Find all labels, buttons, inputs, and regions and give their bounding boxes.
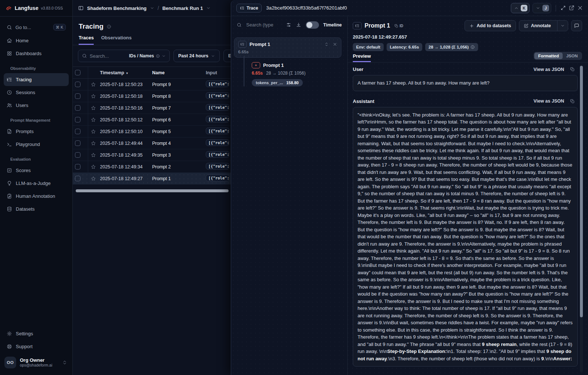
- horizontal-scrollbar[interactable]: [76, 189, 229, 192]
- sidebar-item-settings[interactable]: Settings: [4, 327, 69, 340]
- fold-icon[interactable]: [333, 42, 337, 47]
- info-icon[interactable]: [107, 24, 111, 29]
- sidebar-item-tracing[interactable]: Tracing: [4, 73, 69, 86]
- goto-button[interactable]: Go to... ⌘ K: [4, 21, 69, 33]
- vertical-scrollbar[interactable]: [580, 65, 583, 372]
- env-badge[interactable]: Env: default: [353, 43, 384, 51]
- row-checkbox[interactable]: [75, 114, 88, 125]
- row-input: [{"role":"use: [206, 175, 231, 182]
- lightbulb-icon: [7, 181, 12, 186]
- tree-search-row: Timeline: [231, 17, 347, 33]
- sidebar-item-playground[interactable]: Playground: [4, 138, 69, 151]
- sidebar-item-home[interactable]: Home: [4, 34, 69, 47]
- view-as-json-link[interactable]: View as JSON: [534, 99, 564, 104]
- token-usage-badge[interactable]: 28 → 1,028 (Σ 1,056): [425, 43, 478, 51]
- section-title-observability: Observability: [10, 66, 62, 71]
- table-row[interactable]: 2025-07-18 12:49:34 Prompt 2 [{"role":"u…: [73, 161, 231, 173]
- table-row[interactable]: 2025-07-18 12:50:10 Prompt 5 [{"role":"u…: [73, 126, 231, 138]
- search-scope-label: IDs / Names: [129, 53, 154, 58]
- table-row[interactable]: 2025-07-18 12:50:12 Prompt 6 [{"role":"u…: [73, 114, 231, 126]
- download-icon[interactable]: [296, 22, 301, 28]
- tree-search-input[interactable]: [246, 22, 282, 28]
- add-to-datasets-button[interactable]: Add to datasets: [465, 20, 516, 31]
- metric-badge[interactable]: tokens_per_... 158.80: [252, 79, 303, 86]
- org-switcher[interactable]: OO Org Owner ops@shadeform.ai: [4, 353, 69, 372]
- row-checkbox[interactable]: [75, 138, 88, 149]
- search-input[interactable]: [90, 53, 126, 59]
- filter-sliders-icon[interactable]: [286, 22, 291, 28]
- bookmark-star-icon[interactable]: [88, 106, 98, 111]
- annotate-dropdown-chevron[interactable]: [557, 21, 568, 31]
- breadcrumb-project[interactable]: Shadeform Benchmarking: [87, 6, 147, 11]
- chevron-down-icon[interactable]: [150, 6, 154, 10]
- close-button[interactable]: [577, 5, 583, 11]
- tree-node-trace[interactable]: Prompt 1 6.65s: [234, 38, 341, 58]
- bookmark-star-icon[interactable]: [88, 153, 98, 158]
- table-row[interactable]: 2025-07-18 12:49:35 Prompt 3 [{"role":"u…: [73, 149, 231, 161]
- format-json[interactable]: JSON: [563, 53, 581, 59]
- sidebar-item-sessions[interactable]: Sessions: [4, 86, 69, 99]
- unfold-vertical-icon[interactable]: [324, 42, 329, 47]
- sidebar-item-datasets[interactable]: Datasets: [4, 203, 69, 215]
- copy-icon[interactable]: [570, 67, 575, 72]
- column-timestamp[interactable]: Timestamp▼: [98, 70, 152, 75]
- tree-node-generation[interactable]: Prompt 1 6.65s 28 → 1028 (Σ 1056) tokens…: [244, 58, 347, 86]
- format-formatted[interactable]: Formatted: [534, 53, 562, 59]
- bookmark-star-icon[interactable]: [88, 164, 98, 169]
- bookmark-star-icon[interactable]: [88, 176, 98, 181]
- sidebar-item-human-annotation[interactable]: Human Annotation: [4, 190, 69, 203]
- copy-id-button[interactable]: ID: [394, 24, 403, 28]
- sidebar-item-llm-as-a-judge[interactable]: LLM-as-a-Judge: [4, 177, 69, 190]
- timeline-toggle[interactable]: [306, 21, 319, 29]
- sidebar-item-users[interactable]: Users: [4, 99, 69, 112]
- search-scope-dropdown[interactable]: IDs / Names: [129, 53, 166, 58]
- table-row[interactable]: 2025-07-18 12:50:18 Prompt 8 [{"role":"u…: [73, 90, 231, 102]
- row-checkbox[interactable]: [75, 161, 88, 172]
- bookmark-star-icon[interactable]: [88, 141, 98, 146]
- sidebar-item-prompts[interactable]: Prompts: [4, 125, 69, 138]
- scrollbar-thumb[interactable]: [580, 66, 583, 317]
- comments-button[interactable]: [571, 20, 582, 31]
- row-checkbox[interactable]: [75, 149, 88, 161]
- annotate-button[interactable]: Annotate: [519, 20, 568, 31]
- row-checkbox[interactable]: [75, 79, 88, 90]
- bookmark-star-icon[interactable]: [88, 94, 98, 99]
- tab-observations[interactable]: Observations: [101, 35, 132, 45]
- view-as-json-link[interactable]: View as JSON: [534, 67, 564, 72]
- breadcrumb-run[interactable]: Benchmark Run 1: [162, 6, 203, 11]
- search-icon: [82, 53, 87, 58]
- env-filter-dropdown[interactable]: Env: [223, 50, 231, 62]
- column-name[interactable]: Name: [152, 70, 206, 75]
- sidebar-item-support[interactable]: Support: [4, 340, 69, 353]
- bookmark-star-icon[interactable]: [88, 82, 98, 87]
- row-checkbox[interactable]: [75, 102, 88, 114]
- row-checkbox[interactable]: [75, 90, 88, 102]
- traces-search-box[interactable]: IDs / Names: [78, 50, 170, 62]
- tab-traces[interactable]: Traces: [79, 35, 94, 45]
- expand-button[interactable]: [560, 5, 566, 11]
- column-input[interactable]: Input: [206, 70, 231, 75]
- copy-icon[interactable]: [570, 99, 575, 104]
- tab-preview[interactable]: Preview: [353, 53, 371, 62]
- sidebar-toggle-icon[interactable]: [78, 5, 84, 11]
- page-title: Tracing: [79, 22, 104, 31]
- row-checkbox[interactable]: [75, 173, 88, 184]
- bookmark-star-icon[interactable]: [88, 117, 98, 122]
- nav-next-button[interactable]: J: [533, 3, 551, 13]
- time-range-dropdown[interactable]: Past 24 hours: [173, 50, 220, 62]
- row-timestamp: 2025-07-18 12:49:27: [98, 176, 152, 181]
- row-checkbox[interactable]: [75, 126, 88, 137]
- table-row[interactable]: 2025-07-18 12:50:23 Prompt 9 [{"role":"u…: [73, 79, 231, 90]
- table-row[interactable]: 2025-07-18 12:50:16 Prompt 7 [{"role":"u…: [73, 102, 231, 114]
- sidebar-item-dashboards[interactable]: Dashboards: [4, 47, 69, 60]
- sidebar-item-scores[interactable]: Scores: [4, 164, 69, 177]
- users-icon: [7, 103, 12, 108]
- nav-previous-button[interactable]: K: [511, 3, 530, 13]
- bookmark-star-icon[interactable]: [88, 129, 98, 134]
- chevron-down-icon[interactable]: [206, 6, 211, 10]
- table-row[interactable]: 2025-07-18 12:49:44 Prompt 4 [{"role":"u…: [73, 138, 231, 149]
- latency-badge[interactable]: Latency: 6.65s: [387, 43, 422, 51]
- table-row-selected[interactable]: 2025-07-18 12:49:27 Prompt 1 [{"role":"u…: [73, 173, 231, 185]
- open-in-new-button[interactable]: [569, 5, 574, 11]
- select-all-checkbox[interactable]: [75, 67, 88, 78]
